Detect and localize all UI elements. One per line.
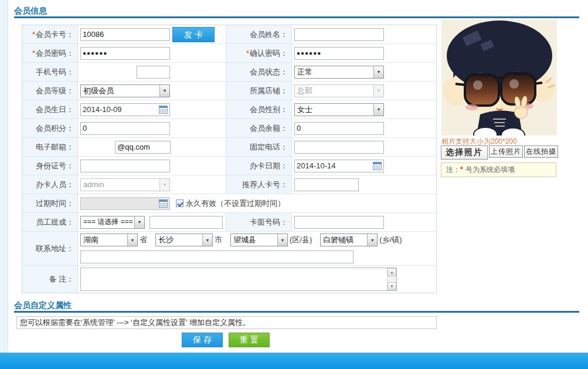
- city-suffix: 市: [215, 235, 222, 245]
- permanent-valid-checkbox[interactable]: [176, 199, 183, 207]
- id-number-input[interactable]: [80, 160, 170, 172]
- online-capture-button[interactable]: 在线拍摄: [524, 145, 558, 158]
- email-label: 电子邮箱：: [22, 138, 78, 156]
- chevron-down-icon: ▼: [373, 85, 383, 97]
- row-address: 联系地址： 湖南 ▼ 省 长沙 ▼ 市 望城县 ▼ (区/县): [22, 232, 436, 266]
- birthday-date-input[interactable]: 2014-10-09: [80, 103, 170, 116]
- address-city-select[interactable]: 长沙 ▼: [155, 233, 213, 246]
- chevron-down-icon: ▼: [373, 104, 383, 116]
- chevron-down-icon: ▼: [202, 234, 212, 246]
- points-label: 会员积分：: [22, 119, 78, 137]
- custom-attr-hint: 您可以根据需要在‘系统管理’ ---> ‘自定义属性设置’ 增加自定义属性。: [16, 316, 437, 329]
- calendar-icon[interactable]: [159, 106, 168, 114]
- row-points-balance: 会员积分： 会员余额：: [22, 119, 436, 138]
- balance-input[interactable]: [294, 122, 384, 135]
- chevron-down-icon: ▼: [159, 85, 169, 97]
- row-level-store: 会员等级： 初级会员 ▼ 所属店铺： 总部 ▼: [22, 82, 436, 100]
- card-face-no-input[interactable]: [294, 216, 384, 229]
- gender-select[interactable]: 女士 ▼: [294, 103, 384, 116]
- member-password-label: *会员密码：: [22, 44, 78, 62]
- gender-label: 会员性别：: [226, 100, 292, 119]
- staff-commission-input[interactable]: [149, 216, 223, 229]
- save-button[interactable]: 保 存: [182, 333, 223, 347]
- remark-label: 备 注：: [22, 266, 78, 293]
- operator-select: admin ▼: [80, 178, 170, 191]
- issue-card-button[interactable]: 发 卡: [172, 27, 215, 42]
- expire-time-input: [80, 197, 170, 210]
- required-star: *: [32, 30, 35, 39]
- remark-scrollbar[interactable]: ▲ ▼: [387, 268, 396, 290]
- reset-button[interactable]: 重 置: [229, 333, 270, 347]
- scroll-up-icon[interactable]: ▲: [388, 268, 396, 276]
- issue-date-label: 办卡日期：: [226, 157, 292, 175]
- mobile-input[interactable]: [137, 66, 170, 79]
- email-input[interactable]: [115, 141, 171, 154]
- required-star: *: [32, 49, 35, 57]
- scroll-down-icon[interactable]: ▼: [388, 282, 396, 290]
- row-operator-referrer: 办卡人员： admin ▼ 推荐人卡号：: [22, 175, 436, 194]
- row-passwords: *会员密码： *确认密码：: [22, 44, 436, 63]
- referrer-card-no-input[interactable]: [294, 178, 359, 191]
- store-label: 所属店铺：: [226, 82, 292, 100]
- province-suffix: 省: [140, 235, 147, 245]
- row-id-issuedate: 身份证号： 办卡日期： 2014-10-14: [22, 157, 436, 175]
- points-input[interactable]: [80, 122, 170, 135]
- chevron-down-icon: ▼: [277, 234, 287, 246]
- birthday-label: 会员生日：: [22, 100, 78, 119]
- upload-photo-button[interactable]: 上传照片: [489, 145, 523, 158]
- member-name-input[interactable]: [294, 28, 384, 41]
- member-level-select[interactable]: 初级会员 ▼: [80, 84, 170, 97]
- row-commission-cardface: 员工提成： === 请选择 === ▼ 卡面号码：: [22, 213, 436, 232]
- address-district-select[interactable]: 望城县 ▼: [230, 233, 288, 246]
- address-town-select[interactable]: 白箬铺镇 ▼: [320, 233, 378, 246]
- calendar-icon[interactable]: [373, 162, 382, 170]
- member-password-input[interactable]: [80, 47, 170, 60]
- member-form-table: *会员卡号： 发 卡 会员姓名： *会员密码： *确认密码： 手机号码： 会员状…: [22, 25, 437, 293]
- issue-date-input[interactable]: 2014-10-14: [294, 160, 384, 172]
- member-status-label: 会员状态：: [226, 63, 292, 81]
- confirm-password-input[interactable]: [294, 47, 384, 60]
- custom-attr-rule: [14, 311, 579, 313]
- calendar-icon: [159, 199, 168, 208]
- member-card-no-label: *会员卡号：: [22, 25, 78, 43]
- avatar: [441, 19, 557, 136]
- row-birthday-gender: 会员生日： 2014-10-09 会员性别： 女士 ▼: [22, 100, 436, 119]
- landline-label: 固定电话：: [226, 138, 292, 156]
- row-email-landline: 电子邮箱： 固定电话：: [22, 138, 436, 157]
- address-province-select[interactable]: 湖南 ▼: [80, 233, 138, 246]
- chevron-down-icon: ▼: [159, 179, 169, 191]
- choose-photo-button[interactable]: 选择照片: [441, 145, 488, 160]
- address-detail-input[interactable]: [80, 250, 354, 263]
- member-info-rule: [14, 16, 579, 18]
- member-info-title: 会员信息: [14, 6, 47, 16]
- chevron-down-icon: ▼: [367, 234, 377, 246]
- balance-label: 会员余额：: [226, 119, 292, 137]
- expire-time-label: 过期时间：: [22, 194, 78, 212]
- operator-label: 办卡人员：: [22, 175, 78, 194]
- chevron-down-icon: ▼: [127, 234, 137, 246]
- member-status-select[interactable]: 正常 ▼: [294, 66, 384, 79]
- custom-attr-title: 会员自定义属性: [14, 300, 72, 311]
- district-suffix: (区/县): [290, 235, 312, 245]
- staff-commission-label: 员工提成：: [22, 213, 78, 231]
- member-level-label: 会员等级：: [22, 82, 78, 100]
- staff-commission-select[interactable]: === 请选择 === ▼: [80, 216, 145, 229]
- member-photo: [441, 19, 557, 136]
- required-star: *: [246, 49, 249, 57]
- chevron-down-icon: ▼: [134, 216, 144, 228]
- address-label: 联系地址：: [22, 232, 78, 265]
- referrer-card-no-label: 推荐人卡号：: [226, 175, 292, 194]
- row-expire-time: 过期时间： 永久有效（不设置过期时间）: [22, 194, 436, 213]
- confirm-password-label: *确认密码：: [226, 44, 292, 62]
- row-remark: 备 注： ▲ ▼: [22, 266, 436, 293]
- row-card-no-name: *会员卡号： 发 卡 会员姓名：: [22, 25, 436, 44]
- store-select: 总部 ▼: [294, 84, 384, 97]
- row-mobile-status: 手机号码： 会员状态： 正常 ▼: [22, 63, 436, 82]
- card-face-no-label: 卡面号码：: [226, 213, 292, 231]
- chevron-down-icon: ▼: [373, 66, 383, 78]
- permanent-valid-label: 永久有效（不设置过期时间）: [186, 198, 285, 209]
- required-note: 注：* 号为系统必填项: [441, 163, 556, 177]
- remark-textarea[interactable]: ▲ ▼: [80, 268, 397, 291]
- landline-input[interactable]: [294, 141, 384, 154]
- member-card-no-input[interactable]: [80, 28, 170, 41]
